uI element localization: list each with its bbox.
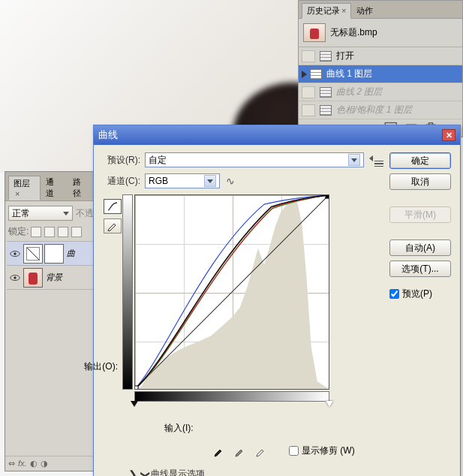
close-icon[interactable]: × <box>341 6 346 15</box>
curve-tools <box>103 194 122 476</box>
history-item-label: 曲线 1 图层 <box>326 68 372 80</box>
tab-channels-label: 通道 <box>46 177 54 197</box>
smooth-label: 平滑(M) <box>404 209 436 221</box>
blend-mode-select[interactable]: 正常 <box>8 206 73 221</box>
layers-footer: ⇔ fx. ◐ ◑ <box>5 456 97 471</box>
step-icon <box>320 105 332 116</box>
preset-select[interactable]: 自定 <box>145 152 364 167</box>
layer-row-background[interactable]: 背景 <box>7 266 95 290</box>
display-options-label: 曲线显示选项 <box>151 468 205 476</box>
layer-mask-thumb[interactable] <box>44 244 64 264</box>
lock-transparency-icon[interactable] <box>31 227 41 237</box>
layers-tabstrip: 图层× 通道 路径 <box>5 172 97 201</box>
curves-plot[interactable] <box>134 194 329 390</box>
history-panel: 历史记录× 动作 无标题.bmp 打开 曲线 1 图层 曲线 2 图层 色相/饱… <box>298 0 463 137</box>
snapshot-slot <box>302 50 315 62</box>
tab-actions[interactable]: 动作 <box>351 3 378 19</box>
black-point-eyedropper[interactable] <box>212 444 226 457</box>
tab-history[interactable]: 历史记录× <box>302 3 351 19</box>
preview-input[interactable] <box>389 289 399 299</box>
history-item-huesat[interactable]: 色相/饱和度 1 图层 <box>299 101 462 119</box>
dialog-title: 曲线 <box>98 128 118 142</box>
svg-rect-10 <box>326 195 329 198</box>
lock-pixels-icon[interactable] <box>44 227 55 237</box>
layer-thumb-photo[interactable] <box>23 268 43 288</box>
history-item-open[interactable]: 打开 <box>299 47 462 65</box>
tab-actions-label: 动作 <box>356 6 373 15</box>
fx-icon[interactable]: fx. <box>18 459 27 468</box>
input-label: 输入(I): <box>164 422 194 435</box>
tab-channels[interactable]: 通道 <box>41 174 67 201</box>
tab-layers[interactable]: 图层× <box>8 176 41 200</box>
chevron-down-icon <box>204 175 216 187</box>
channel-cycle-icon[interactable]: ∿ <box>224 175 236 187</box>
svg-point-6 <box>14 276 17 279</box>
ok-button[interactable]: 确定 <box>389 152 451 169</box>
layer-row-curves[interactable]: 曲 <box>7 242 95 266</box>
options-button[interactable]: 选项(T)... <box>389 261 451 277</box>
document-name: 无标题.bmp <box>330 26 377 39</box>
history-item-curves2[interactable]: 曲线 2 图层 <box>299 83 462 101</box>
preview-label: 预览(P) <box>402 288 432 300</box>
cancel-button[interactable]: 取消 <box>389 173 451 190</box>
channel-label: 通道(C): <box>103 175 140 188</box>
snapshot-slot <box>302 104 315 116</box>
tab-paths[interactable]: 路径 <box>68 174 94 201</box>
chevron-down-icon <box>63 212 69 215</box>
close-button[interactable]: ✕ <box>442 129 455 141</box>
history-item-label: 色相/饱和度 1 图层 <box>336 104 412 116</box>
step-icon <box>310 69 322 80</box>
layer-name: 曲 <box>64 248 75 259</box>
svg-point-4 <box>14 252 17 255</box>
preset-value: 自定 <box>149 154 167 167</box>
history-item-curves1[interactable]: 曲线 1 图层 <box>299 65 462 83</box>
tab-layers-label: 图层 <box>14 179 30 188</box>
svg-marker-7 <box>135 199 329 389</box>
layer-name: 背景 <box>43 272 62 283</box>
ok-label: 确定 <box>411 155 429 167</box>
show-clipping-input[interactable] <box>289 446 299 456</box>
visibility-icon[interactable] <box>8 250 22 258</box>
curve-display-options-toggle[interactable]: ❯ ❯ 曲线显示选项 <box>128 468 383 476</box>
blend-mode-value: 正常 <box>12 207 30 220</box>
history-document-row[interactable]: 无标题.bmp <box>299 19 462 47</box>
document-thumb <box>303 23 326 42</box>
close-icon[interactable]: × <box>15 189 20 198</box>
history-tabstrip: 历史记录× 动作 <box>299 1 462 19</box>
disclosure-icon: ❯ <box>128 468 137 477</box>
lock-position-icon[interactable] <box>58 227 68 237</box>
visibility-icon[interactable] <box>8 274 22 282</box>
preset-menu-icon[interactable] <box>368 153 383 167</box>
histogram <box>135 195 329 389</box>
gray-point-eyedropper[interactable] <box>233 444 247 457</box>
show-clipping-checkbox[interactable]: 显示修剪 (W) <box>289 444 355 457</box>
lock-all-icon[interactable] <box>71 227 82 237</box>
shadow-slider[interactable] <box>131 401 138 407</box>
tab-history-label: 历史记录 <box>307 6 340 15</box>
tab-paths-label: 路径 <box>73 177 81 197</box>
svg-rect-9 <box>135 386 138 389</box>
channel-value: RGB <box>149 176 168 186</box>
chevron-down-icon <box>348 154 360 166</box>
preview-checkbox[interactable]: 预览(P) <box>389 288 451 300</box>
dialog-titlebar[interactable]: 曲线 ✕ <box>94 125 460 145</box>
white-point-eyedropper[interactable] <box>254 444 268 457</box>
disclosure-icon: ❯ <box>140 471 151 477</box>
layer-thumb-curves[interactable] <box>23 244 43 264</box>
preset-label: 预设(R): <box>103 154 140 167</box>
curves-dialog: 曲线 ✕ 预设(R): 自定 通道(C): RGB ∿ <box>93 125 461 476</box>
adjustment-icon[interactable]: ◑ <box>41 459 48 468</box>
auto-button[interactable]: 自动(A) <box>389 240 451 256</box>
output-gradient <box>122 194 133 390</box>
history-item-label: 打开 <box>336 50 354 62</box>
input-gradient <box>134 391 329 402</box>
mask-icon[interactable]: ◐ <box>30 459 38 468</box>
curve-point-tool[interactable] <box>104 199 122 214</box>
black-white-sliders[interactable] <box>134 402 329 408</box>
current-step-icon <box>302 71 307 78</box>
history-item-label: 曲线 2 图层 <box>336 86 382 98</box>
channel-select[interactable]: RGB <box>145 173 220 188</box>
link-icon[interactable]: ⇔ <box>8 459 15 468</box>
curve-pencil-tool[interactable] <box>104 218 122 233</box>
highlight-slider[interactable] <box>326 401 333 407</box>
